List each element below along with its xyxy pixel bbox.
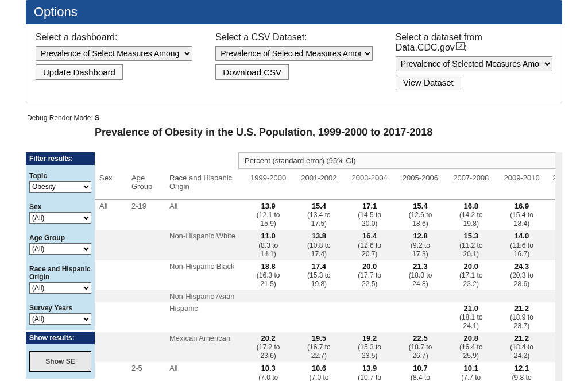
- col-sex: Sex: [95, 171, 127, 199]
- download-csv-button[interactable]: Download CSV: [215, 64, 289, 80]
- filter-select-sex[interactable]: (All): [29, 212, 91, 224]
- data-cell: 12.8(9.2 to17.3): [395, 230, 446, 260]
- table-row: Non-Hispanic White11.0(8.3 to14.1)13.8(1…: [95, 230, 562, 260]
- data-cell: [293, 290, 344, 302]
- data-cell: [395, 290, 446, 302]
- data-cell: 10.6(7.0 to15.1): [293, 362, 344, 381]
- data-cell: 17.1(14.5 to20.0): [345, 199, 395, 230]
- col-year: 1999-2000: [243, 171, 293, 199]
- filter-label-race-and-hispanic-origin: Race and Hispanic Origin: [29, 265, 91, 281]
- csv-select-label: Select a CSV Dataset:: [215, 32, 372, 43]
- data-cell: [243, 302, 293, 332]
- data-cell: 20.0(17.1 to23.2): [446, 260, 496, 290]
- show-se-button[interactable]: Show SE: [29, 351, 91, 372]
- filter-label-topic: Topic: [29, 172, 91, 180]
- data-cell: 12.1(9.8 to14.8): [496, 362, 547, 381]
- page-title: Prevalence of Obesity in the U.S. Popula…: [95, 126, 562, 138]
- filter-select-topic[interactable]: Obesity: [29, 181, 91, 193]
- data-cell: [395, 302, 446, 332]
- data-cell: 13.8(10.8 to17.4): [293, 230, 344, 260]
- data-cell: 17.4(15.3 to19.8): [293, 260, 344, 290]
- data-cell: 21.3(18.0 to24.8): [395, 260, 446, 290]
- col-year: 2005-2006: [395, 171, 446, 199]
- col-year: 2007-2008: [446, 171, 496, 199]
- data-cell: 15.4(13.4 to17.5): [293, 199, 344, 230]
- filter-select-race-and-hispanic-origin[interactable]: (All): [29, 282, 91, 294]
- data-cell: 20.0(17.7 to22.5): [345, 260, 395, 290]
- col-age: Age Group: [127, 171, 165, 199]
- data-cell: [446, 290, 496, 302]
- filter-label-survey-years: Survey Years: [29, 304, 91, 312]
- data-cell: 13.9(10.7 to17.7): [345, 362, 395, 381]
- data-cell: 21.2(18.9 to23.7): [496, 302, 547, 332]
- filter-label-sex: Sex: [29, 203, 91, 211]
- data-cell: 16.8(14.2 to19.8): [446, 199, 496, 230]
- filter-label-age-group: Age Group: [29, 234, 91, 242]
- col-year: 2009-2010: [496, 171, 547, 199]
- col-year: 2001-2002: [293, 171, 344, 199]
- filter-select-survey-years[interactable]: (All): [29, 313, 91, 325]
- view-dataset-button[interactable]: View Dataset: [396, 75, 461, 90]
- data-cell: 19.2(15.3 to23.5): [345, 332, 395, 362]
- cdc-select[interactable]: Prevalence of Selected Measures Among: [396, 56, 552, 71]
- table-row: Hispanic21.0(18.1 to24.1)21.2(18.9 to23.…: [95, 302, 562, 332]
- table-row: Mexican American20.2(17.2 to23.6)19.5(16…: [95, 332, 562, 362]
- filter-select-age-group[interactable]: (All): [29, 243, 91, 255]
- data-cell: 10.7(8.4 to13.3): [395, 362, 446, 381]
- data-cell: 16.9(15.4 to18.4): [496, 199, 547, 230]
- dashboard-select-label: Select a dashboard:: [36, 32, 192, 43]
- col-year: 2003-2004: [345, 171, 395, 199]
- table-row: Non-Hispanic Asian: [95, 290, 562, 302]
- data-cell: 13.9(12.1 to15.9): [243, 199, 293, 230]
- data-cell: 24.3(20.3 to28.6): [496, 260, 547, 290]
- data-cell: 21.0(18.1 to24.1): [446, 302, 496, 332]
- data-cell: 20.2(17.2 to23.6): [243, 332, 293, 362]
- data-cell: [496, 290, 547, 302]
- data-cell: 20.8(16.4 to25.9): [446, 332, 496, 362]
- data-cell: 11.0(8.3 to14.1): [243, 230, 293, 260]
- data-cell: 16.4(12.6 to20.7): [345, 230, 395, 260]
- data-cell: 10.1(7.7 to12.9): [446, 362, 496, 381]
- data-cell: 14.0(11.6 to16.7): [496, 230, 547, 260]
- col-race: Race and Hispanic Origin: [165, 171, 243, 199]
- data-cell: 15.3(11.2 to20.1): [446, 230, 496, 260]
- data-cell: 22.5(18.7 to26.7): [395, 332, 446, 362]
- data-cell: [243, 290, 293, 302]
- dashboard-select[interactable]: Prevalence of Select Measures Among th: [36, 46, 192, 61]
- vertical-scrollbar[interactable]: [555, 152, 562, 381]
- cdc-select-label: Select a dataset from Data.CDC.gov↗:: [396, 32, 552, 53]
- data-cell: 21.2(18.4 to24.2): [496, 332, 547, 362]
- debug-mode-label: Debug Render Mode: S: [27, 114, 562, 122]
- csv-select[interactable]: Prevalence of Selected Measures Among: [215, 46, 372, 61]
- filter-results-header: Filter results:: [26, 152, 95, 165]
- update-dashboard-button[interactable]: Update Dashboard: [36, 64, 123, 80]
- data-cell: 15.4(12.6 to18.6): [395, 199, 446, 230]
- table-row: 2-5All10.3(7.0 to14.6)10.6(7.0 to15.1)13…: [95, 362, 562, 381]
- external-link-icon: ↗: [456, 42, 465, 50]
- show-results-header: Show results:: [26, 332, 95, 344]
- data-cell: 10.3(7.0 to14.6): [243, 362, 293, 381]
- table-row: Non-Hispanic Black18.8(16.3 to21.5)17.4(…: [95, 260, 562, 290]
- data-cell: 19.5(16.7 to22.7): [293, 332, 344, 362]
- data-cell: [293, 302, 344, 332]
- data-cell: 18.8(16.3 to21.5): [243, 260, 293, 290]
- options-header: Options: [26, 0, 562, 24]
- table-row: All2-19All13.9(12.1 to15.9)15.4(13.4 to1…: [95, 199, 562, 230]
- data-table: Sex Age Group Race and Hispanic Origin 1…: [95, 171, 562, 381]
- data-cell: [345, 290, 395, 302]
- table-meta-header: Percent (standard error) (95% CI): [238, 152, 562, 169]
- data-cell: [345, 302, 395, 332]
- options-panel: Select a dashboard: Prevalence of Select…: [26, 24, 562, 103]
